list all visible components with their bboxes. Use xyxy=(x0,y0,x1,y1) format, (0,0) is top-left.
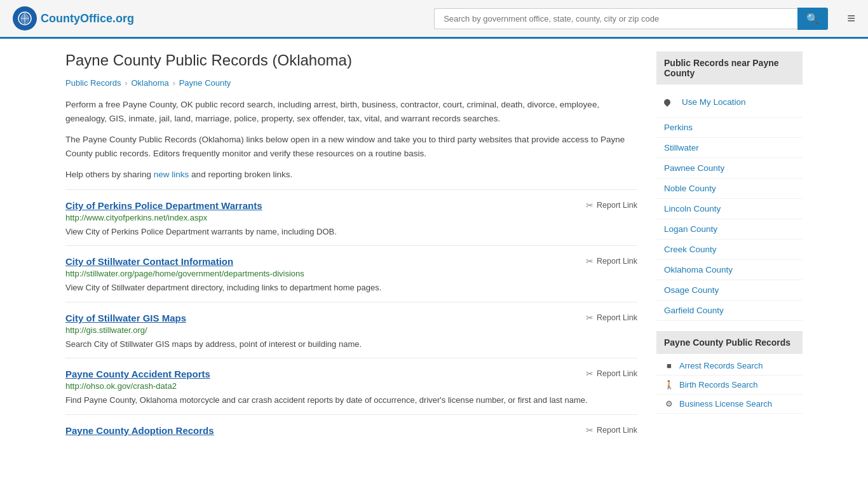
record-title-3[interactable]: Payne County Accident Reports xyxy=(65,369,210,379)
location-icon xyxy=(663,97,672,106)
nearby-list-item: Osage County xyxy=(656,280,803,301)
sidebar-record-link-2[interactable]: Business License Search xyxy=(679,399,772,409)
use-my-location-link[interactable]: Use My Location xyxy=(674,92,754,112)
report-icon-4: ✂ xyxy=(586,425,593,435)
nearby-heading: Public Records near Payne County xyxy=(656,51,803,85)
page-container: Payne County Public Records (Oklahoma) P… xyxy=(53,39,815,456)
nearby-list-item: Noble County xyxy=(656,179,803,199)
report-link-2[interactable]: ✂ Report Link xyxy=(586,313,637,323)
record-type-icon-2: ⚙ xyxy=(664,399,674,409)
main-content: Payne County Public Records (Oklahoma) P… xyxy=(65,51,637,444)
logo-text: CountyOffice.org xyxy=(41,12,134,25)
records-heading: Payne County Public Records xyxy=(656,331,803,354)
menu-icon: ≡ xyxy=(847,10,855,26)
nearby-link-3[interactable]: Noble County xyxy=(656,179,803,198)
logo-icon xyxy=(13,6,37,30)
nearby-list-item: Stillwater xyxy=(656,138,803,158)
record-item: City of Stillwater GIS Maps ✂ Report Lin… xyxy=(65,302,637,358)
nearby-list-item: Garfield County xyxy=(656,301,803,321)
record-desc-2: Search City of Stillwater GIS maps by ad… xyxy=(65,338,637,351)
report-link-4[interactable]: ✂ Report Link xyxy=(586,425,637,435)
report-icon-3: ✂ xyxy=(586,369,593,379)
record-url-0[interactable]: http://www.cityofperkins.net/index.aspx xyxy=(65,213,637,222)
sidebar-records-list: ■ Arrest Records Search 🚶 Birth Records … xyxy=(656,356,803,414)
record-desc-0: View City of Perkins Police Department w… xyxy=(65,226,637,238)
logo-org: .org xyxy=(112,12,134,25)
nearby-link-7[interactable]: Oklahoma County xyxy=(656,260,803,280)
nearby-list: Use My Location xyxy=(656,87,803,118)
nearby-link-5[interactable]: Logan County xyxy=(656,219,803,239)
nearby-list-item: Perkins xyxy=(656,118,803,138)
record-item: Payne County Adoption Records ✂ Report L… xyxy=(65,414,637,444)
report-icon-1: ✂ xyxy=(586,256,593,266)
nearby-list-item: Creek County xyxy=(656,240,803,260)
sidebar-record-item: ■ Arrest Records Search xyxy=(656,356,803,376)
record-desc-3: Find Payne County, Oklahoma motorcycle a… xyxy=(65,394,637,407)
sidebar-record-item: 🚶 Birth Records Search xyxy=(656,376,803,395)
nearby-list-item: Oklahoma County xyxy=(656,260,803,280)
nearby-link-8[interactable]: Osage County xyxy=(656,280,803,300)
record-header: City of Stillwater Contact Information ✂… xyxy=(65,256,637,267)
description-1: Perform a free Payne County, OK public r… xyxy=(65,98,637,125)
description-3-prefix: Help others by sharing xyxy=(65,170,154,179)
nearby-link-1[interactable]: Stillwater xyxy=(656,138,803,158)
use-my-location-item: Use My Location xyxy=(656,87,803,118)
menu-button[interactable]: ≡ xyxy=(847,10,855,27)
record-header: City of Perkins Police Department Warran… xyxy=(65,200,637,211)
record-header: City of Stillwater GIS Maps ✂ Report Lin… xyxy=(65,313,637,323)
description-2: The Payne County Public Records (Oklahom… xyxy=(65,133,637,160)
record-header: Payne County Accident Reports ✂ Report L… xyxy=(65,369,637,379)
logo-link[interactable]: CountyOffice.org xyxy=(13,6,134,30)
payne-records-section: Payne County Public Records ■ Arrest Rec… xyxy=(656,331,803,414)
record-desc-1: View City of Stillwater department direc… xyxy=(65,281,637,294)
breadcrumb-public-records[interactable]: Public Records xyxy=(65,78,121,88)
record-type-icon-1: 🚶 xyxy=(664,380,674,390)
search-icon: 🔍 xyxy=(806,13,819,24)
sidebar: Public Records near Payne County Use My … xyxy=(656,51,803,444)
report-link-1[interactable]: ✂ Report Link xyxy=(586,256,637,266)
search-input[interactable] xyxy=(434,8,797,29)
record-title-4[interactable]: Payne County Adoption Records xyxy=(65,425,214,436)
nearby-link-9[interactable]: Garfield County xyxy=(656,301,803,320)
breadcrumb-sep-2: › xyxy=(173,79,175,88)
report-link-0[interactable]: ✂ Report Link xyxy=(586,200,637,210)
description-3-suffix: and reporting broken links. xyxy=(189,170,292,179)
new-links-link[interactable]: new links xyxy=(154,170,189,179)
nearby-list-item: Logan County xyxy=(656,219,803,240)
breadcrumb: Public Records › Oklahoma › Payne County xyxy=(65,78,637,88)
record-item: City of Perkins Police Department Warran… xyxy=(65,189,637,246)
sidebar-record-link-1[interactable]: Birth Records Search xyxy=(679,380,758,390)
records-list: City of Perkins Police Department Warran… xyxy=(65,189,637,444)
breadcrumb-oklahoma[interactable]: Oklahoma xyxy=(131,78,168,88)
nearby-section: Public Records near Payne County Use My … xyxy=(656,51,803,321)
record-title-1[interactable]: City of Stillwater Contact Information xyxy=(65,256,233,267)
nearby-link-6[interactable]: Creek County xyxy=(656,240,803,259)
report-icon-2: ✂ xyxy=(586,313,593,323)
report-icon-0: ✂ xyxy=(586,200,593,210)
record-item: City of Stillwater Contact Information ✂… xyxy=(65,245,637,302)
record-url-3[interactable]: http://ohso.ok.gov/crash-data2 xyxy=(65,381,637,391)
site-header: CountyOffice.org 🔍 ≡ xyxy=(0,0,868,39)
description-3: Help others by sharing new links and rep… xyxy=(65,168,637,182)
sidebar-record-link-0[interactable]: Arrest Records Search xyxy=(679,361,763,370)
page-title: Payne County Public Records (Oklahoma) xyxy=(65,51,637,69)
search-button[interactable]: 🔍 xyxy=(797,8,828,30)
nearby-link-2[interactable]: Pawnee County xyxy=(656,158,803,178)
record-url-2[interactable]: http://gis.stillwater.org/ xyxy=(65,325,637,335)
breadcrumb-payne-county[interactable]: Payne County xyxy=(179,78,231,88)
nearby-link-0[interactable]: Perkins xyxy=(656,118,803,137)
location-item: Use My Location xyxy=(656,87,803,117)
record-title-0[interactable]: City of Perkins Police Department Warran… xyxy=(65,200,262,211)
nearby-list-item: Lincoln County xyxy=(656,199,803,219)
logo-county: CountyOffice xyxy=(41,12,112,25)
report-link-3[interactable]: ✂ Report Link xyxy=(586,369,637,379)
nearby-list-item: Pawnee County xyxy=(656,158,803,179)
nearby-link-4[interactable]: Lincoln County xyxy=(656,199,803,219)
record-item: Payne County Accident Reports ✂ Report L… xyxy=(65,358,637,414)
sidebar-record-item: ⚙ Business License Search xyxy=(656,395,803,414)
record-url-1[interactable]: http://stillwater.org/page/home/governme… xyxy=(65,269,637,278)
breadcrumb-sep-1: › xyxy=(125,79,127,88)
nearby-links-list: PerkinsStillwaterPawnee CountyNoble Coun… xyxy=(656,118,803,321)
record-header: Payne County Adoption Records ✂ Report L… xyxy=(65,425,637,436)
record-title-2[interactable]: City of Stillwater GIS Maps xyxy=(65,313,186,323)
